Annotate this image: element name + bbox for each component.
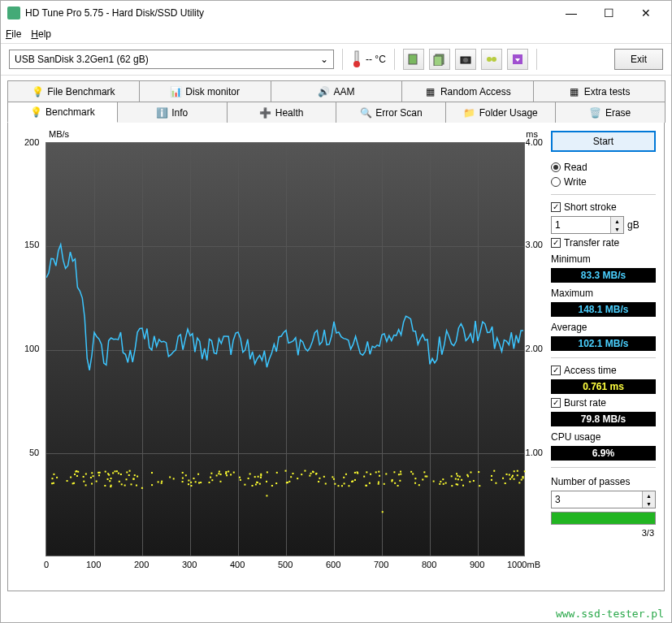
- svg-rect-10: [249, 473, 251, 474]
- svg-rect-83: [120, 474, 122, 475]
- svg-rect-22: [244, 484, 245, 486]
- svg-rect-204: [108, 474, 110, 476]
- tab-random-access[interactable]: ▦Random Access: [401, 80, 534, 102]
- svg-rect-161: [345, 474, 347, 475]
- svg-rect-49: [260, 477, 262, 478]
- svg-rect-43: [56, 477, 58, 478]
- minimize-button[interactable]: —: [553, 1, 590, 25]
- svg-rect-201: [190, 485, 192, 487]
- svg-rect-159: [332, 476, 333, 478]
- svg-rect-125: [418, 484, 420, 486]
- svg-rect-215: [357, 473, 358, 474]
- maximum-value: 148.1 MB/s: [551, 302, 656, 317]
- svg-rect-102: [211, 479, 213, 481]
- temperature-value: -- °C: [366, 54, 386, 65]
- side-panel: Start Read Write ✓Short stroke 1▲▼ gB ✓T…: [543, 131, 656, 586]
- tab-extra-tests[interactable]: ▦Extra tests: [533, 80, 665, 102]
- write-radio[interactable]: Write: [551, 176, 656, 188]
- svg-rect-193: [509, 478, 511, 480]
- svg-rect-87: [126, 471, 128, 473]
- svg-rect-148: [456, 473, 457, 474]
- access-time-checkbox[interactable]: ✓Access time: [551, 365, 656, 376]
- svg-rect-88: [443, 483, 444, 485]
- menu-help[interactable]: Help: [31, 28, 51, 40]
- svg-rect-25: [455, 478, 457, 480]
- y-tick-right: 3.00: [526, 240, 543, 249]
- copy-info-button[interactable]: [403, 49, 424, 70]
- save-screenshot-button[interactable]: [455, 49, 476, 70]
- short-stroke-input[interactable]: 1▲▼: [551, 216, 624, 234]
- tab-file-benchmark[interactable]: 💡File Benchmark: [7, 80, 140, 102]
- short-stroke-checkbox[interactable]: ✓Short stroke: [551, 201, 656, 213]
- x-tick: 100: [86, 560, 101, 569]
- num-passes-input[interactable]: 3▲▼: [551, 491, 656, 508]
- svg-rect-14: [98, 474, 100, 476]
- save-button[interactable]: [507, 49, 528, 70]
- info-icon: ℹ️: [156, 107, 167, 119]
- svg-rect-165: [397, 485, 399, 487]
- checkbox-icon: ✓: [551, 238, 561, 248]
- svg-rect-154: [105, 471, 106, 473]
- burst-rate-checkbox[interactable]: ✓Burst rate: [551, 397, 656, 409]
- tab-info[interactable]: ℹ️Info: [117, 102, 228, 123]
- drive-selector[interactable]: USB SanDisk 3.2Gen1 (62 gB) ⌄: [9, 50, 334, 69]
- svg-rect-197: [185, 474, 187, 476]
- file-benchmark-icon: 💡: [32, 86, 43, 97]
- tab-error-scan[interactable]: 🔍Error Scan: [336, 102, 446, 123]
- tab-health[interactable]: ➕Health: [227, 102, 337, 123]
- erase-icon: 🗑️: [590, 107, 601, 119]
- window-controls: — ☐ ✕: [553, 1, 665, 25]
- svg-rect-186: [365, 485, 366, 487]
- svg-rect-110: [141, 487, 143, 489]
- chart-area: MB/s ms 200 150 100 50 4.00 3.00 2.00 1.…: [16, 131, 543, 586]
- svg-rect-178: [219, 481, 221, 482]
- spin-down-icon[interactable]: ▼: [610, 225, 623, 233]
- x-tick: 500: [278, 560, 293, 569]
- tab-folder-usage[interactable]: 📁Folder Usage: [445, 102, 556, 123]
- spin-up-icon[interactable]: ▲: [642, 491, 655, 500]
- tab-benchmark[interactable]: 💡Benchmark: [7, 102, 118, 123]
- close-button[interactable]: ✕: [627, 1, 665, 25]
- svg-rect-158: [315, 474, 317, 475]
- copy-screenshot-button[interactable]: [429, 49, 450, 70]
- svg-rect-86: [90, 477, 92, 478]
- start-button[interactable]: Start: [551, 131, 656, 152]
- svg-rect-58: [451, 475, 453, 477]
- tab-erase[interactable]: 🗑️Erase: [555, 102, 665, 123]
- svg-rect-74: [258, 476, 259, 478]
- svg-rect-218: [188, 480, 189, 482]
- maximize-button[interactable]: ☐: [590, 1, 627, 25]
- minimum-value: 83.3 MB/s: [551, 268, 656, 283]
- drive-selector-value: USB SanDisk 3.2Gen1 (62 gB): [15, 54, 149, 65]
- exit-button[interactable]: Exit: [614, 49, 663, 70]
- svg-rect-151: [91, 483, 93, 485]
- svg-rect-90: [151, 484, 153, 486]
- svg-rect-223: [491, 479, 492, 481]
- num-passes-label: Number of passes: [551, 476, 656, 487]
- menu-file[interactable]: File: [6, 28, 21, 40]
- svg-rect-0: [355, 51, 358, 63]
- svg-rect-124: [414, 482, 416, 484]
- svg-rect-127: [266, 495, 267, 496]
- svg-rect-172: [285, 470, 287, 472]
- short-stroke-unit: gB: [627, 219, 639, 231]
- svg-rect-112: [107, 478, 109, 480]
- svg-rect-100: [461, 479, 462, 481]
- svg-rect-173: [77, 471, 79, 473]
- transfer-rate-checkbox[interactable]: ✓Transfer rate: [551, 237, 656, 249]
- options-button[interactable]: [481, 49, 502, 70]
- window-title: HD Tune Pro 5.75 - Hard Disk/SSD Utility: [25, 7, 553, 19]
- svg-rect-207: [216, 474, 218, 476]
- spin-down-icon[interactable]: ▼: [642, 500, 655, 508]
- svg-rect-37: [379, 475, 380, 477]
- svg-rect-84: [74, 474, 76, 475]
- tab-disk-monitor[interactable]: 📊Disk monitor: [139, 80, 271, 102]
- svg-rect-32: [193, 478, 194, 479]
- y-tick-left: 200: [24, 137, 39, 147]
- svg-rect-12: [412, 473, 414, 474]
- svg-point-1: [353, 61, 360, 67]
- read-radio[interactable]: Read: [551, 162, 656, 173]
- tab-aam[interactable]: 🔊AAM: [271, 80, 403, 102]
- spin-up-icon[interactable]: ▲: [610, 217, 623, 225]
- svg-rect-93: [220, 474, 222, 475]
